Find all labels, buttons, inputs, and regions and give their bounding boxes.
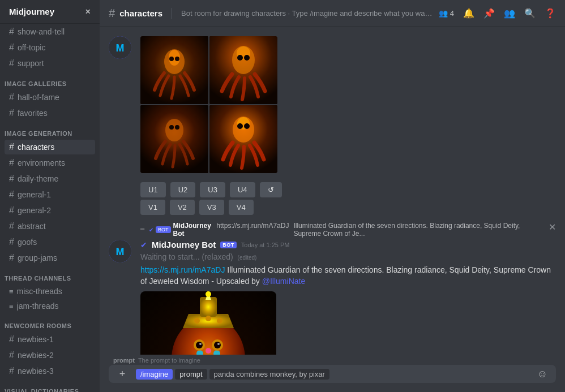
sidebar-item-general-1[interactable]: # general-1 bbox=[5, 187, 95, 202]
sidebar-item-favorites[interactable]: # favorites bbox=[5, 106, 95, 120]
channel-label: environments bbox=[18, 158, 65, 167]
hash-icon: # bbox=[9, 253, 14, 263]
svg-point-39 bbox=[194, 318, 200, 324]
slash-command-area[interactable]: /imagine prompt panda combines monkey, b… bbox=[136, 369, 529, 380]
add-attachment-button[interactable]: + bbox=[113, 365, 131, 383]
grid-image-3 bbox=[140, 105, 208, 173]
svg-rect-36 bbox=[200, 297, 217, 317]
channel-label: off-topic bbox=[18, 43, 46, 52]
sidebar-item-newbies-2[interactable]: # newbies-2 bbox=[5, 348, 95, 363]
variation-3-button[interactable]: V3 bbox=[199, 200, 224, 215]
sidebar-item-general-2[interactable]: # general-2 bbox=[5, 203, 95, 218]
input-area: prompt The prompt to imagine + /imagine … bbox=[100, 355, 565, 392]
variation-4-button[interactable]: V4 bbox=[229, 200, 254, 215]
upscale-4-button[interactable]: U4 bbox=[230, 182, 255, 197]
command-param-value: panda combines monkey, by pixar bbox=[209, 369, 329, 380]
ref-message-text: https://s.mj.run/mA7aDJ bbox=[216, 222, 289, 230]
large-image-attachment: JA bbox=[140, 291, 276, 355]
grid-image-2 bbox=[209, 36, 277, 104]
pin-icon[interactable]: 📌 bbox=[483, 8, 495, 19]
svg-point-40 bbox=[206, 316, 211, 321]
channel-label: characters bbox=[18, 143, 54, 152]
image-grid-attachment bbox=[140, 36, 277, 173]
hash-icon: # bbox=[9, 42, 14, 53]
sidebar-item-goofs[interactable]: # goofs bbox=[5, 235, 95, 249]
variation-1-button[interactable]: V1 bbox=[140, 200, 165, 215]
emoji-button[interactable]: ☺ bbox=[533, 365, 551, 383]
hash-icon: # bbox=[9, 334, 14, 344]
dismiss-reference-button[interactable]: ✕ bbox=[549, 222, 556, 232]
channel-label: newbies-2 bbox=[18, 351, 54, 360]
message-content-grid: U1 U2 U3 U4 ↺ V1 V2 V3 V4 bbox=[140, 36, 556, 215]
svg-point-10 bbox=[237, 55, 243, 61]
sidebar-item-newbies-3[interactable]: # newbies-3 bbox=[5, 364, 95, 378]
svg-point-38 bbox=[206, 291, 211, 297]
channel-label: favorites bbox=[18, 109, 48, 118]
section-image-generation: IMAGE GENERATION bbox=[0, 121, 100, 139]
svg-point-6 bbox=[175, 57, 179, 61]
hash-icon: # bbox=[9, 174, 14, 184]
variation-2-button[interactable]: V2 bbox=[170, 200, 195, 215]
sidebar-item-characters[interactable]: # characters bbox=[5, 140, 95, 154]
sidebar-item-environments[interactable]: # environments bbox=[5, 156, 95, 170]
upscale-buttons-row: U1 U2 U3 U4 ↺ bbox=[140, 182, 556, 197]
grid-image-4 bbox=[209, 105, 277, 173]
channel-label: newbies-1 bbox=[18, 335, 54, 344]
channel-label: hall-of-fame bbox=[18, 93, 59, 102]
reply-icon: ⎯ bbox=[140, 222, 144, 230]
message-text-1: Waiting to start... (relaxed) (edited) bbox=[140, 252, 556, 262]
message-reference-bar: ⎯ ✔ BOT MidJourney Bot https://s.mj.run/… bbox=[109, 222, 556, 238]
message-link[interactable]: https://s.mj.run/mA7aDJ bbox=[140, 265, 225, 274]
member-count-value: 4 bbox=[450, 9, 454, 18]
messages-list: M bbox=[100, 27, 565, 355]
hash-icon: # bbox=[9, 92, 14, 102]
refresh-button[interactable]: ↺ bbox=[260, 182, 282, 197]
user-mention[interactable]: @IllumiNate bbox=[262, 277, 305, 286]
svg-point-19 bbox=[237, 123, 243, 129]
sidebar-item-support[interactable]: # support bbox=[5, 56, 95, 71]
message-timestamp-1: Today at 1:25 PM bbox=[241, 242, 290, 248]
channel-label: group-jams bbox=[18, 253, 57, 262]
sidebar-item-daily-theme[interactable]: # daily-theme bbox=[5, 171, 95, 186]
search-icon[interactable]: 🔍 bbox=[524, 8, 536, 19]
hash-icon: # bbox=[9, 27, 14, 37]
server-header[interactable]: Midjourney ✕ bbox=[0, 0, 100, 24]
section-visual-dictionaries: VISUAL DICTIONARIES bbox=[0, 379, 100, 392]
notification-icon[interactable]: 🔔 bbox=[463, 8, 474, 19]
channel-label: show-and-tell bbox=[18, 27, 65, 36]
svg-text:M: M bbox=[116, 42, 125, 54]
sidebar-item-show-and-tell[interactable]: # show-and-tell bbox=[5, 24, 95, 39]
reply-bot-icon: ✔ BOT MidJourney Bot bbox=[149, 222, 212, 238]
prompt-label: prompt bbox=[113, 357, 135, 364]
svg-point-5 bbox=[169, 57, 174, 61]
upscale-2-button[interactable]: U2 bbox=[170, 182, 196, 197]
svg-point-14 bbox=[169, 125, 174, 130]
channel-label: newbies-3 bbox=[18, 367, 54, 376]
sidebar-item-misc-threads[interactable]: ≡ misc-threads bbox=[5, 285, 95, 298]
hash-icon: # bbox=[9, 350, 14, 360]
upscale-3-button[interactable]: U3 bbox=[200, 182, 225, 197]
chevron-down-icon: ✕ bbox=[85, 8, 91, 16]
section-newcomer-rooms: NEWCOMER ROOMS bbox=[0, 313, 100, 331]
channel-label: abstract bbox=[18, 222, 46, 231]
svg-point-26 bbox=[206, 348, 211, 354]
sidebar-item-off-topic[interactable]: # off-topic bbox=[5, 40, 95, 55]
verified-icon: ✔ bbox=[149, 227, 153, 233]
upscale-1-button[interactable]: U1 bbox=[140, 182, 166, 197]
member-list-icon[interactable]: 👥 bbox=[504, 8, 515, 19]
sidebar-item-hall-of-fame[interactable]: # hall-of-fame bbox=[5, 90, 95, 105]
svg-point-41 bbox=[217, 318, 222, 324]
message-author-1: MidJourney Bot bbox=[152, 240, 216, 249]
verified-check-icon: ✔ bbox=[140, 240, 147, 249]
sidebar-item-jam-threads[interactable]: ≡ jam-threads bbox=[5, 299, 95, 313]
message-status-1: Waiting to start... (relaxed) bbox=[140, 252, 233, 261]
sidebar-item-abstract[interactable]: # abstract bbox=[5, 219, 95, 234]
section-image-galleries: IMAGE GALLERIES bbox=[0, 71, 100, 89]
grid-image-1 bbox=[140, 36, 208, 104]
ref-message-desc: Illuminated Guardian of the seven direct… bbox=[293, 222, 544, 238]
channel-label: goofs bbox=[18, 238, 37, 247]
hash-icon: # bbox=[9, 189, 14, 200]
help-icon[interactable]: ❓ bbox=[545, 8, 556, 19]
sidebar-item-newbies-1[interactable]: # newbies-1 bbox=[5, 332, 95, 347]
sidebar-item-group-jams[interactable]: # group-jams bbox=[5, 251, 95, 265]
